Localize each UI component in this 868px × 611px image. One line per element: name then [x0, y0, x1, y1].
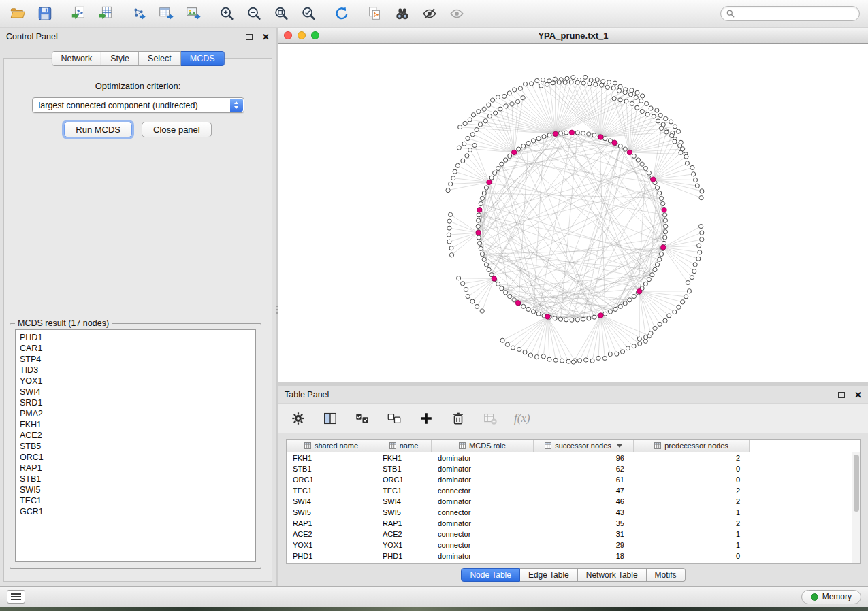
mcds-result-item[interactable]: TID3: [16, 365, 255, 376]
node-table-body: FKH1FKH1dominator962STB1STB1dominator620…: [287, 452, 852, 563]
mcds-result-group: MCDS result (17 nodes) PHD1CAR1STP4TID3Y…: [10, 318, 261, 569]
mcds-result-item[interactable]: PHD1: [16, 332, 255, 343]
scrollbar-thumb[interactable]: [854, 455, 859, 512]
column-header-mcds-role[interactable]: MCDS role: [432, 440, 534, 452]
function-builder-icon[interactable]: f(x): [514, 412, 530, 425]
settings-gear-icon[interactable]: [290, 410, 306, 427]
hide-selected-icon[interactable]: [420, 4, 438, 22]
open-file-icon[interactable]: [8, 4, 27, 22]
mcds-result-item[interactable]: ACE2: [16, 430, 255, 441]
float-panel-icon[interactable]: [246, 34, 253, 40]
show-columns-icon[interactable]: [322, 410, 338, 427]
mcds-result-item[interactable]: ORC1: [16, 452, 255, 463]
desktop-wallpaper-strip: [0, 607, 868, 611]
mcds-result-item[interactable]: FKH1: [16, 419, 255, 430]
table-scrollbar[interactable]: [852, 452, 860, 563]
table-panel-title: Table Panel: [285, 390, 838, 399]
export-network-icon[interactable]: [129, 4, 148, 22]
table-row[interactable]: SWI4SWI4dominator462: [287, 496, 852, 507]
tab-edge-table[interactable]: Edge Table: [520, 568, 578, 582]
table-row[interactable]: FKH1FKH1dominator962: [287, 452, 852, 463]
zoom-selected-icon[interactable]: [299, 4, 317, 22]
mcds-result-item[interactable]: STB1: [16, 474, 255, 484]
save-session-icon[interactable]: [35, 4, 54, 22]
delete-table-icon: [482, 410, 498, 427]
window-minimize-button[interactable]: [298, 31, 306, 39]
column-sort-menu-icon[interactable]: [617, 444, 622, 448]
window-close-button[interactable]: [284, 31, 292, 39]
memory-label: Memory: [822, 592, 852, 601]
optimization-criterion-select[interactable]: largest connected component (undirected): [32, 97, 244, 113]
column-type-icon: [389, 442, 396, 449]
close-table-panel-icon[interactable]: ✕: [854, 391, 862, 399]
search-box[interactable]: [720, 6, 860, 21]
network-window-titlebar[interactable]: YPA_prune.txt_1: [278, 28, 868, 44]
zoom-fit-icon[interactable]: [272, 4, 290, 22]
mcds-result-item[interactable]: TEC1: [16, 495, 255, 506]
copy-network-icon[interactable]: [366, 4, 384, 22]
table-row[interactable]: PHD1PHD1dominator180: [287, 550, 852, 561]
table-row[interactable]: TEC1TEC1connector472: [287, 485, 852, 496]
tab-style[interactable]: Style: [101, 51, 139, 66]
unselect-all-rows-icon[interactable]: [386, 410, 402, 427]
search-input[interactable]: [738, 9, 854, 18]
table-row[interactable]: ORC1ORC1dominator610: [287, 474, 852, 485]
window-traffic-lights: [284, 31, 319, 39]
zoom-out-icon[interactable]: [244, 4, 263, 22]
search-icon: [726, 10, 735, 18]
column-type-icon: [545, 442, 551, 449]
run-mcds-button[interactable]: Run MCDS: [64, 122, 132, 137]
tab-select[interactable]: Select: [139, 51, 181, 66]
tab-mcds[interactable]: MCDS: [181, 51, 225, 66]
table-toolbar: f(x): [278, 403, 868, 433]
mcds-result-list[interactable]: PHD1CAR1STP4TID3YOX1SWI4SRD1PMA2FKH1ACE2…: [15, 329, 256, 562]
mcds-result-item[interactable]: STB5: [16, 441, 255, 452]
export-image-icon[interactable]: [184, 4, 202, 22]
mcds-result-item[interactable]: PMA2: [16, 408, 255, 419]
tab-network-table[interactable]: Network Table: [578, 568, 647, 582]
mcds-result-item[interactable]: SRD1: [16, 397, 255, 408]
select-all-rows-icon[interactable]: [354, 410, 370, 427]
table-bottom-tabs: Node TableEdge TableNetwork TableMotifs: [278, 568, 868, 582]
column-type-icon: [304, 442, 311, 449]
mcds-result-item[interactable]: YOX1: [16, 376, 255, 386]
close-panel-icon[interactable]: ✕: [262, 33, 270, 42]
column-header-name[interactable]: name: [376, 440, 432, 452]
mcds-result-item[interactable]: STP4: [16, 354, 255, 365]
tab-node-table[interactable]: Node Table: [461, 568, 520, 582]
column-header-successor-nodes[interactable]: successor nodes: [534, 440, 634, 452]
main-toolbar: [0, 0, 868, 27]
table-row[interactable]: ACE2ACE2connector311: [287, 529, 852, 540]
mcds-result-item[interactable]: CAR1: [16, 343, 255, 354]
add-row-icon[interactable]: [418, 410, 434, 427]
node-table: shared namenameMCDS rolesuccessor nodesp…: [286, 439, 861, 564]
import-table-from-file-icon[interactable]: [96, 4, 114, 22]
tab-motifs[interactable]: Motifs: [647, 568, 686, 582]
float-table-panel-icon[interactable]: [838, 392, 845, 398]
memory-button[interactable]: Memory: [801, 590, 861, 604]
import-network-from-file-icon[interactable]: [69, 4, 87, 22]
column-header-shared-name[interactable]: shared name: [287, 440, 376, 452]
delete-row-icon[interactable]: [450, 410, 466, 427]
mcds-result-item[interactable]: GCR1: [16, 506, 255, 517]
table-row[interactable]: STB1STB1dominator620: [287, 463, 852, 474]
table-row[interactable]: RAP1RAP1dominator352: [287, 518, 852, 529]
close-panel-button[interactable]: Close panel: [142, 122, 212, 137]
export-table-icon[interactable]: [157, 4, 175, 22]
mcds-result-item[interactable]: SWI4: [16, 386, 255, 397]
search-network-icon[interactable]: [393, 4, 411, 22]
application-window: Control Panel ✕ NetworkStyleSelectMCDS O…: [0, 0, 868, 611]
table-panel: Table Panel ✕ f(x) shared namenameMCDS r…: [278, 386, 868, 586]
window-zoom-button[interactable]: [311, 31, 319, 39]
mcds-result-item[interactable]: SWI5: [16, 484, 255, 495]
status-menu-icon[interactable]: [7, 590, 25, 604]
table-row[interactable]: YOX1YOX1connector291: [287, 540, 852, 550]
column-header-predecessor-nodes[interactable]: predecessor nodes: [634, 440, 750, 452]
tab-network[interactable]: Network: [51, 51, 101, 66]
table-row[interactable]: SWI5SWI5connector431: [287, 507, 852, 518]
show-all-icon[interactable]: [447, 4, 466, 22]
zoom-in-icon[interactable]: [217, 4, 236, 22]
network-canvas[interactable]: [278, 44, 868, 382]
mcds-result-item[interactable]: RAP1: [16, 463, 255, 474]
refresh-layout-icon[interactable]: [332, 4, 351, 22]
